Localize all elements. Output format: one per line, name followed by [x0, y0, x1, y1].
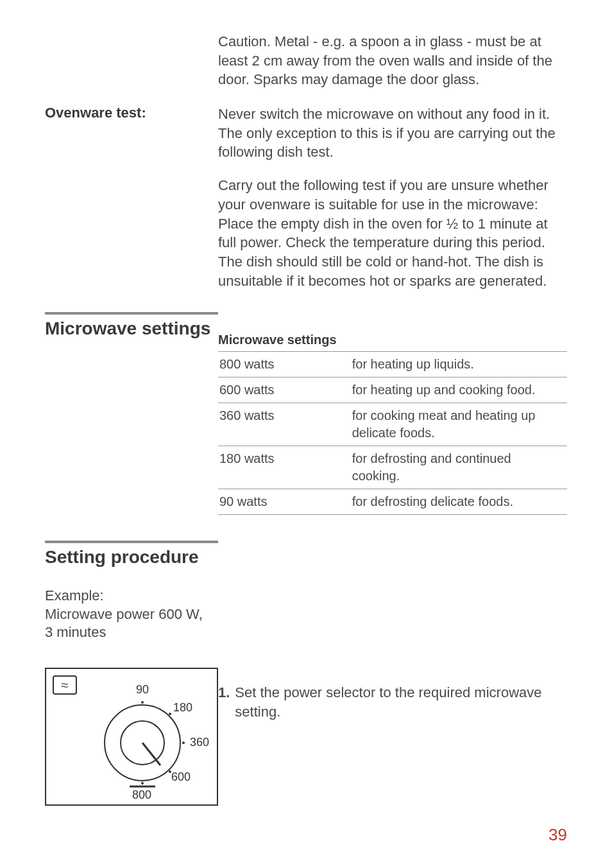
- table-row: 180 watts for defrosting and continued c…: [218, 446, 567, 489]
- table-cell-watts: 600 watts: [218, 378, 351, 403]
- ovenware-p2: Carry out the following test if you are …: [218, 176, 567, 290]
- settings-section: Microwave settings Microwave settings 80…: [45, 312, 567, 515]
- svg-point-3: [182, 742, 185, 744]
- table-cell-use: for cooking meat and heating up delicate…: [351, 403, 567, 446]
- ovenware-heading: Ovenware test:: [45, 105, 218, 121]
- step-1-number: 1.: [218, 683, 230, 721]
- procedure-section: Setting procedure Example: Microwave pow…: [45, 541, 567, 806]
- section-rule: [45, 541, 218, 543]
- table-cell-use: for defrosting and continued cooking.: [351, 446, 567, 489]
- step-1-text: Set the power selector to the required m…: [235, 683, 567, 721]
- svg-point-1: [141, 701, 144, 704]
- dial-label-180: 180: [173, 701, 192, 715]
- table-cell-use: for heating up liquids.: [351, 352, 567, 378]
- power-selector-diagram: ≈ 90 180 360 600 800: [45, 668, 218, 806]
- settings-table: 800 watts for heating up liquids. 600 wa…: [218, 351, 567, 515]
- table-row: 600 watts for heating up and cooking foo…: [218, 378, 567, 403]
- table-cell-watts: 360 watts: [218, 403, 351, 446]
- table-row: 800 watts for heating up liquids.: [218, 352, 567, 378]
- example-block: Example: Microwave power 600 W, 3 minute…: [45, 587, 218, 642]
- table-row: 90 watts for defrosting delicate foods.: [218, 489, 567, 515]
- ovenware-p1: Never switch the microwave on without an…: [218, 105, 567, 162]
- table-cell-use: for heating up and cooking food.: [351, 378, 567, 403]
- dial-label-800: 800: [132, 788, 151, 802]
- example-text: Microwave power 600 W, 3 minutes: [45, 605, 218, 642]
- table-cell-use: for defrosting delicate foods.: [351, 489, 567, 515]
- table-cell-watts: 90 watts: [218, 489, 351, 515]
- step-1: 1. Set the power selector to the require…: [218, 683, 567, 721]
- svg-point-2: [169, 713, 171, 715]
- svg-line-0: [142, 743, 160, 765]
- procedure-heading: Setting procedure: [45, 547, 218, 568]
- dial-label-360: 360: [190, 736, 209, 749]
- settings-heading: Microwave settings: [45, 318, 218, 339]
- settings-table-title: Microwave settings: [218, 333, 567, 347]
- page-number: 39: [548, 825, 567, 845]
- example-label: Example:: [45, 587, 218, 605]
- caution-row: Caution. Metal - e.g. a spoon a in glass…: [45, 32, 567, 89]
- svg-point-5: [141, 782, 144, 785]
- table-row: 360 watts for cooking meat and heating u…: [218, 403, 567, 446]
- table-cell-watts: 800 watts: [218, 352, 351, 378]
- caution-text: Caution. Metal - e.g. a spoon a in glass…: [218, 32, 567, 89]
- dial-label-90: 90: [136, 683, 149, 697]
- dial-label-600: 600: [171, 770, 191, 784]
- table-cell-watts: 180 watts: [218, 446, 351, 489]
- section-rule: [45, 312, 218, 315]
- ovenware-row: Ovenware test: Never switch the microwav…: [45, 105, 567, 290]
